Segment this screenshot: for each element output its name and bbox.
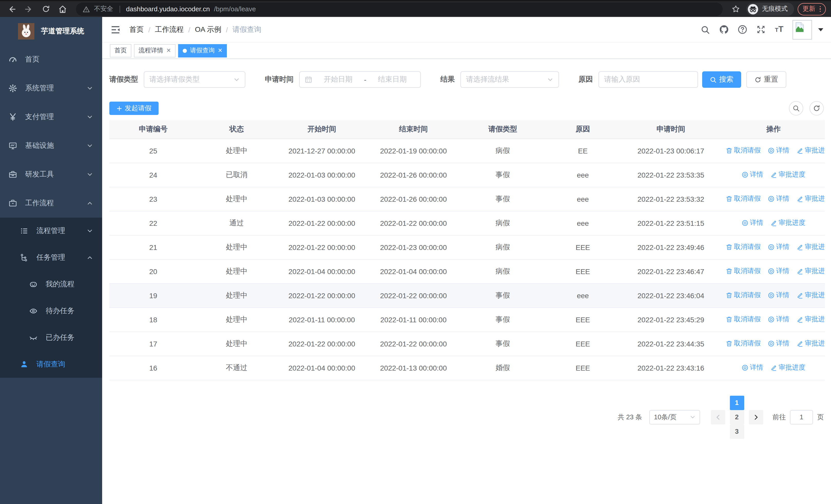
edit-icon [770, 220, 777, 226]
table-cell: EEE [546, 259, 620, 283]
search-button[interactable]: 搜索 [702, 71, 741, 88]
home-icon[interactable] [56, 2, 69, 16]
detail-action-link[interactable]: 详情 [768, 315, 790, 324]
goto-page-input[interactable] [790, 410, 813, 424]
progress-action-link[interactable]: 审批进度 [797, 267, 825, 276]
chevron-down-icon[interactable] [818, 28, 823, 31]
table-cell: EEE [546, 235, 620, 259]
edit-icon [797, 196, 803, 202]
table-cell: 2022-01-22 23:45:29 [620, 307, 722, 331]
refresh-table-button[interactable] [809, 101, 824, 116]
address-bar[interactable]: 不安全 dashboard.yudao.iocoder.cn/bpm/oa/le… [76, 2, 722, 16]
progress-action-link[interactable]: 审批进度 [797, 146, 825, 155]
detail-action-link[interactable]: 详情 [768, 267, 790, 276]
table-cell: 2022-01-04 00:00:00 [276, 259, 368, 283]
breadcrumb-item[interactable]: OA 示例 [195, 25, 222, 34]
sidebar-item-leave-query[interactable]: 请假查询 [0, 351, 102, 378]
sidebar-item-todo-tasks[interactable]: 待办任务 [0, 298, 102, 324]
update-button[interactable]: 更新 [797, 3, 826, 15]
sidebar-item-infrastructure[interactable]: 基础设施 [0, 131, 102, 160]
table-cell: 处理中 [197, 259, 276, 283]
sidebar-item-task-mgmt[interactable]: 任务管理 [0, 244, 102, 271]
cancel-action-link[interactable]: 取消请假 [726, 242, 761, 252]
breadcrumb-item[interactable]: 工作流程 [155, 25, 184, 34]
progress-action-link[interactable]: 审批进度 [797, 315, 825, 324]
detail-action-link[interactable]: 详情 [768, 242, 790, 252]
trash-icon [726, 268, 733, 274]
robot-icon [29, 280, 37, 289]
show-search-button[interactable] [789, 101, 803, 116]
reset-button[interactable]: 重置 [746, 71, 786, 88]
avatar[interactable] [793, 20, 812, 39]
reload-icon[interactable] [39, 2, 52, 16]
detail-action-link[interactable]: 详情 [742, 218, 763, 228]
table-row: 21处理中2022-01-22 00:00:002022-01-23 00:00… [109, 235, 825, 259]
sidebar-item-done-tasks[interactable]: 已办任务 [0, 324, 102, 351]
detail-action-link[interactable]: 详情 [742, 363, 763, 373]
sidebar-toggle-icon[interactable] [110, 24, 121, 35]
progress-action-link[interactable]: 审批进度 [797, 242, 825, 252]
result-select[interactable]: 请选择流结果 [460, 71, 559, 88]
chevron-down-icon [87, 228, 93, 234]
reason-input[interactable]: 请输入原因 [599, 71, 698, 88]
cancel-action-link[interactable]: 取消请假 [726, 194, 761, 204]
detail-action-link[interactable]: 详情 [768, 339, 790, 348]
forward-icon[interactable] [22, 2, 35, 16]
close-icon[interactable]: ✕ [218, 47, 222, 54]
back-icon[interactable] [5, 2, 19, 16]
browser-menu-icon[interactable] [820, 6, 821, 12]
progress-action-link[interactable]: 审批进度 [797, 194, 825, 204]
help-icon[interactable] [737, 24, 747, 35]
detail-action-link[interactable]: 详情 [768, 146, 790, 155]
page-size-select[interactable]: 10条/页 [649, 410, 700, 424]
user-icon [20, 360, 28, 368]
font-size-icon[interactable]: TT [774, 24, 784, 35]
table-cell: 2022-01-22 23:51:15 [620, 211, 722, 235]
breadcrumb-item[interactable]: 首页 [130, 25, 144, 34]
progress-action-link[interactable]: 审批进度 [770, 218, 805, 228]
sidebar-item-dev-tools[interactable]: 研发工具 [0, 160, 102, 189]
bookmark-star-icon[interactable] [729, 2, 742, 16]
tab-首页[interactable]: 首页 [110, 44, 132, 57]
sidebar-item-system-mgmt[interactable]: 系统管理 [0, 74, 102, 102]
table-cell: eee [546, 211, 620, 235]
cancel-action-link[interactable]: 取消请假 [726, 315, 761, 324]
tab-请假查询[interactable]: 请假查询✕ [178, 44, 227, 57]
chevron-down-icon [87, 171, 93, 178]
fullscreen-icon[interactable] [755, 24, 766, 35]
page-button-3[interactable]: 3 [729, 424, 744, 439]
table-cell: EEE [546, 331, 620, 356]
cancel-action-link[interactable]: 取消请假 [726, 291, 761, 300]
create-leave-button[interactable]: 发起请假 [109, 101, 159, 115]
sidebar-item-process-mgmt[interactable]: 流程管理 [0, 217, 102, 244]
next-page-button[interactable] [749, 410, 763, 424]
progress-action-link[interactable]: 审批进度 [770, 363, 805, 373]
cancel-action-link[interactable]: 取消请假 [726, 339, 761, 348]
security-label[interactable]: 不安全 [94, 5, 113, 13]
detail-action-link[interactable]: 详情 [768, 194, 790, 204]
progress-action-link[interactable]: 审批进度 [797, 291, 825, 300]
progress-action-link[interactable]: 审批进度 [797, 339, 825, 348]
github-icon[interactable] [719, 24, 729, 35]
prev-page-button[interactable] [711, 410, 725, 424]
detail-action-link[interactable]: 详情 [742, 170, 763, 179]
view-icon [742, 220, 748, 226]
start-date-placeholder: 开始日期 [315, 75, 361, 84]
app-logo[interactable]: 芋道管理系统 [0, 17, 102, 45]
sidebar-item-my-process[interactable]: 我的流程 [0, 271, 102, 298]
sidebar-item-workflow[interactable]: 工作流程 [0, 189, 102, 217]
close-icon[interactable]: ✕ [166, 47, 171, 54]
sidebar-item-payment-mgmt[interactable]: 支付管理 [0, 102, 102, 131]
cancel-action-link[interactable]: 取消请假 [726, 267, 761, 276]
table-cell: 2022-01-22 23:53:32 [620, 187, 722, 211]
search-icon[interactable] [700, 24, 710, 35]
apply-time-range-input[interactable]: 开始日期 - 结束日期 [299, 71, 421, 88]
sidebar-item-home[interactable]: 首页 [0, 45, 102, 74]
progress-action-link[interactable]: 审批进度 [770, 170, 805, 179]
detail-action-link[interactable]: 详情 [768, 291, 790, 300]
page-button-1[interactable]: 1 [729, 395, 744, 410]
tab-流程详情[interactable]: 流程详情✕ [134, 44, 175, 57]
page-button-2[interactable]: 2 [729, 410, 744, 424]
leave-type-select[interactable]: 请选择请假类型 [144, 71, 245, 88]
cancel-action-link[interactable]: 取消请假 [726, 146, 761, 155]
